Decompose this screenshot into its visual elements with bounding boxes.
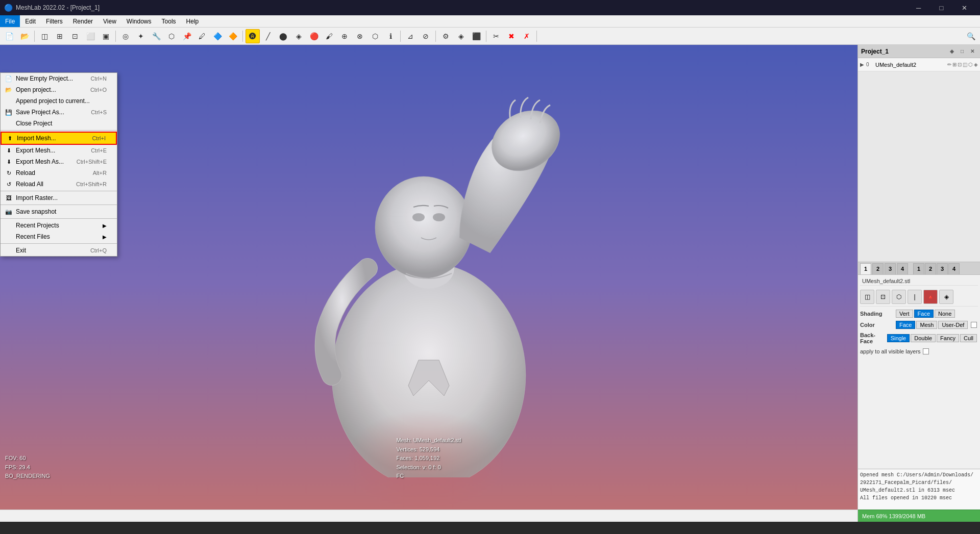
apply-all-checkbox[interactable] — [923, 348, 929, 354]
toolbar-btn-1[interactable]: ◫ — [37, 29, 52, 43]
render-tab-1[interactable]: 1 — [860, 263, 871, 274]
menu-import-raster[interactable]: 🖼 Import Raster... — [1, 192, 117, 204]
toolbar-btn-11[interactable]: 🖊 — [195, 29, 209, 43]
layer-icon-1[interactable]: ✏ — [947, 62, 951, 67]
shading-label: Shading — [860, 311, 896, 317]
menu-edit[interactable]: Edit — [20, 15, 41, 27]
menu-recent-projects[interactable]: Recent Projects ▶ — [1, 220, 117, 231]
toolbar-btn-25[interactable]: ⊘ — [419, 29, 433, 43]
layer-area — [858, 71, 980, 262]
toolbar-btn-19[interactable]: 🖌 — [322, 29, 336, 43]
layer-icon-2[interactable]: ⊞ — [952, 62, 957, 67]
menu-tools[interactable]: Tools — [157, 15, 181, 27]
toolbar-btn-26[interactable]: ⚙ — [438, 29, 453, 43]
backface-fancy[interactable]: Fancy — [937, 334, 959, 342]
toolbar-btn-17[interactable]: ◈ — [291, 29, 306, 43]
menu-windows[interactable]: Windows — [121, 15, 157, 27]
menu-view[interactable]: View — [98, 15, 121, 27]
toolbar-btn-6[interactable]: ◎ — [118, 29, 133, 43]
menu-exit[interactable]: Exit Ctrl+Q — [1, 245, 117, 256]
menu-save-snapshot[interactable]: 📷 Save snapshot — [1, 206, 117, 217]
close-button[interactable]: ✕ — [953, 0, 976, 15]
toolbar-btn-2[interactable]: ⊞ — [53, 29, 67, 43]
shading-none[interactable]: None — [935, 310, 955, 318]
color-userdef[interactable]: User-Def — [938, 321, 968, 329]
toolbar-btn-29[interactable]: ✂ — [489, 29, 503, 43]
render-tab-6[interactable]: 2 — [925, 263, 936, 274]
menu-export-mesh-as[interactable]: ⬇ Export Mesh As... Ctrl+Shift+E — [1, 156, 117, 167]
shading-vert[interactable]: Vert — [896, 310, 913, 318]
render-icon-1[interactable]: ◫ — [860, 290, 874, 304]
menu-file[interactable]: File — [0, 15, 20, 27]
render-tab-7[interactable]: 3 — [937, 263, 948, 274]
toolbar-open[interactable]: 📂 — [17, 29, 32, 43]
toolbar-btn-21[interactable]: ⊗ — [353, 29, 367, 43]
shading-face[interactable]: Face — [914, 310, 934, 318]
panel-close[interactable]: ✕ — [968, 47, 977, 56]
menu-render[interactable]: Render — [68, 15, 98, 27]
panel-icon-2[interactable]: □ — [958, 47, 967, 56]
menu-help[interactable]: Help — [181, 15, 204, 27]
render-icon-3[interactable]: ⬡ — [892, 290, 906, 304]
menu-append-project[interactable]: Append project to current... — [1, 95, 117, 107]
render-tab-4[interactable]: 4 — [897, 263, 908, 274]
toolbar-btn-16[interactable]: ⬤ — [276, 29, 290, 43]
viewport[interactable]: FOV: 60 FPS: 29.4 BO_RENDERING Mesh: UMe… — [0, 45, 857, 522]
render-tab-2[interactable]: 2 — [872, 263, 884, 274]
color-checkbox[interactable] — [971, 322, 977, 328]
layer-icon-6[interactable]: ◈ — [974, 62, 978, 67]
maximize-button[interactable]: □ — [930, 0, 953, 15]
toolbar-btn-14[interactable]: 🅐 — [246, 29, 260, 43]
menu-export-mesh[interactable]: ⬇ Export Mesh... Ctrl+E — [1, 145, 117, 156]
toolbar-btn-3[interactable]: ⊡ — [68, 29, 82, 43]
toolbar-btn-12[interactable]: 🔷 — [210, 29, 225, 43]
panel-icon-1[interactable]: ◈ — [947, 47, 957, 56]
menu-close-project[interactable]: Close Project — [1, 118, 117, 129]
backface-cull[interactable]: Cull — [960, 334, 977, 342]
color-face[interactable]: Face — [896, 321, 915, 329]
toolbar-btn-20[interactable]: ⊕ — [337, 29, 352, 43]
toolbar-btn-27[interactable]: ◈ — [454, 29, 468, 43]
render-tab-8[interactable]: 4 — [948, 263, 960, 274]
render-icon-4[interactable]: | — [908, 290, 922, 304]
render-icon-6[interactable]: ◈ — [939, 290, 953, 304]
toolbar-new[interactable]: 📄 — [2, 29, 16, 43]
menu-reload[interactable]: ↻ Reload Alt+R — [1, 167, 117, 179]
toolbar-btn-9[interactable]: ⬡ — [164, 29, 179, 43]
toolbar-btn-7[interactable]: ✦ — [134, 29, 148, 43]
layer-eye[interactable]: ▶ — [860, 62, 864, 67]
menu-save-project-as[interactable]: 💾 Save Project As... Ctrl+S — [1, 107, 117, 118]
layer-icon-4[interactable]: ◫ — [963, 62, 967, 67]
toolbar-btn-30[interactable]: ✖ — [504, 29, 519, 43]
toolbar-btn-8[interactable]: 🔧 — [149, 29, 163, 43]
toolbar-btn-31[interactable]: ✗ — [520, 29, 534, 43]
layer-icon-3[interactable]: ⊡ — [958, 62, 962, 67]
toolbar-btn-5[interactable]: ▣ — [99, 29, 113, 43]
layer-icon-5[interactable]: ⬡ — [968, 62, 973, 67]
toolbar-btn-28[interactable]: ⬛ — [469, 29, 483, 43]
render-icon-2[interactable]: ⊡ — [876, 290, 890, 304]
toolbar-btn-13[interactable]: 🔶 — [226, 29, 240, 43]
backface-row: Back-Face Single Double Fancy Cull — [860, 332, 978, 344]
toolbar-btn-24[interactable]: ⊿ — [403, 29, 418, 43]
toolbar-btn-4[interactable]: ⬜ — [83, 29, 97, 43]
backface-double[interactable]: Double — [911, 334, 936, 342]
toolbar-btn-10[interactable]: 📌 — [180, 29, 194, 43]
menu-recent-files[interactable]: Recent Files ▶ — [1, 231, 117, 242]
render-tab-5[interactable]: 1 — [913, 263, 924, 274]
menu-reload-all[interactable]: ↺ Reload All Ctrl+Shift+R — [1, 179, 117, 190]
menu-open-project[interactable]: 📂 Open project... Ctrl+O — [1, 84, 117, 95]
render-icon-5[interactable]: 🔺 — [923, 290, 938, 304]
toolbar-btn-23[interactable]: ℹ — [383, 29, 398, 43]
backface-single[interactable]: Single — [887, 334, 910, 342]
toolbar-btn-22[interactable]: ⬡ — [368, 29, 382, 43]
toolbar-btn-15[interactable]: ╱ — [261, 29, 275, 43]
menu-new-empty-project[interactable]: 📄 New Empty Project... Ctrl+N — [1, 73, 117, 84]
toolbar-search[interactable]: 🔍 — [964, 29, 978, 43]
toolbar-btn-18[interactable]: 🔴 — [307, 29, 321, 43]
minimize-button[interactable]: ─ — [907, 0, 930, 15]
menu-import-mesh[interactable]: ⬆ Import Mesh... Ctrl+I — [1, 132, 117, 145]
render-tab-3[interactable]: 3 — [885, 263, 896, 274]
menu-filters[interactable]: Filters — [41, 15, 68, 27]
color-mesh[interactable]: Mesh — [916, 321, 937, 329]
